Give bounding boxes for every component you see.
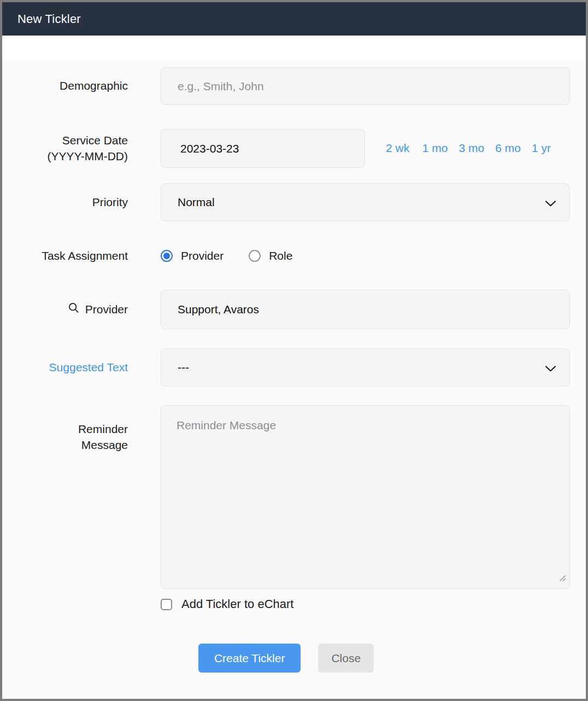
task-assignment-label: Task Assignment — [2, 248, 128, 264]
provider-label: Provider — [2, 302, 128, 318]
reminder-message-row: Reminder Message — [2, 405, 570, 589]
quick-link-3mo[interactable]: 3 mo — [459, 141, 485, 156]
echart-row: Add Tickler to eChart — [2, 597, 570, 611]
demographic-input[interactable] — [161, 67, 570, 105]
task-assignment-radio-group: Provider Role — [161, 249, 570, 262]
provider-input[interactable] — [161, 290, 570, 329]
echart-checkbox-row[interactable]: Add Tickler to eChart — [161, 597, 570, 611]
close-button[interactable]: Close — [318, 644, 374, 673]
quick-link-1mo[interactable]: 1 mo — [422, 141, 449, 156]
radio-role-icon[interactable] — [249, 250, 261, 262]
suggested-text-selected-value: --- — [178, 361, 189, 374]
radio-option-provider[interactable]: Provider — [161, 249, 224, 262]
echart-checkbox-label: Add Tickler to eChart — [181, 597, 293, 611]
date-quick-links: 2 wk 1 mo 3 mo 6 mo 1 yr — [365, 141, 570, 156]
radio-provider-icon[interactable] — [161, 250, 173, 262]
modal-title: New Tickler — [17, 12, 81, 26]
reminder-message-textarea[interactable] — [161, 405, 570, 589]
quick-link-1yr[interactable]: 1 yr — [532, 141, 558, 156]
suggested-text-row: Suggested Text --- — [2, 348, 570, 387]
chevron-down-icon — [545, 362, 556, 375]
create-tickler-button[interactable]: Create Tickler — [198, 644, 301, 673]
radio-provider-label: Provider — [181, 249, 224, 262]
resize-handle-icon[interactable] — [558, 574, 566, 584]
task-assignment-row: Task Assignment Provider Role — [2, 248, 570, 264]
suggested-text-label[interactable]: Suggested Text — [2, 360, 128, 375]
service-date-input[interactable] — [161, 129, 365, 168]
radio-role-label: Role — [269, 249, 292, 262]
demographic-label: Demographic — [2, 78, 128, 94]
priority-select[interactable]: Normal — [161, 183, 570, 221]
echart-checkbox[interactable] — [161, 599, 172, 610]
quick-link-6mo[interactable]: 6 mo — [495, 141, 521, 156]
service-date-label: Service Date (YYYY-MM-DD) — [2, 133, 128, 164]
reminder-message-label: Reminder Message — [2, 422, 128, 453]
demographic-row: Demographic — [2, 67, 570, 105]
priority-label: Priority — [2, 195, 128, 210]
suggested-text-select[interactable]: --- — [161, 348, 570, 387]
chevron-down-icon — [545, 197, 556, 210]
new-tickler-modal: New Tickler Demographic Service Date (YY… — [0, 0, 588, 701]
search-icon — [68, 302, 80, 318]
tickler-form: Demographic Service Date (YYYY-MM-DD) 2 … — [2, 60, 586, 698]
priority-selected-value: Normal — [178, 196, 215, 209]
radio-option-role[interactable]: Role — [249, 249, 292, 262]
service-date-row: Service Date (YYYY-MM-DD) 2 wk 1 mo 3 mo… — [2, 129, 570, 168]
quick-link-2wk[interactable]: 2 wk — [386, 141, 412, 156]
modal-actions: Create Tickler Close — [2, 644, 570, 673]
header-spacer — [2, 36, 586, 60]
modal-header: New Tickler — [2, 2, 586, 36]
priority-row: Priority Normal — [2, 183, 570, 221]
provider-row: Provider — [2, 290, 570, 329]
